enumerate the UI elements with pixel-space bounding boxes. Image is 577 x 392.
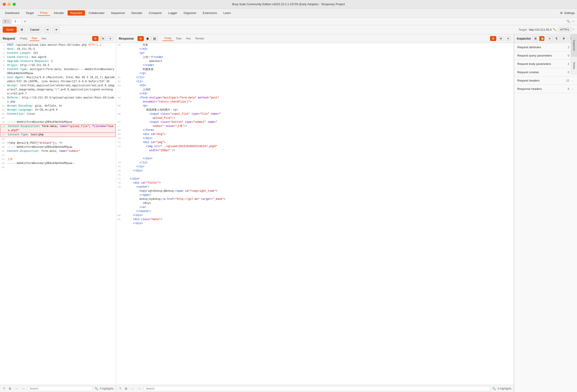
resp-line-p: <p> [116, 51, 514, 55]
response-pretty-tab[interactable]: Pretty [162, 36, 174, 41]
tab-search: 🔍 ⋯ [566, 20, 575, 23]
response-next-button[interactable]: → [137, 386, 142, 391]
request-prev-button[interactable]: ← [14, 386, 19, 391]
response-prev-button[interactable]: ← [130, 386, 135, 391]
request-settings-button[interactable]: ⚙ [8, 386, 12, 391]
request-panel: Request Pretty Raw Hex ⊞ \n ≡ 1 POST /up… [0, 34, 116, 392]
response-highlights-count: 0 highlights [498, 387, 511, 390]
resp-line-79: 79 <center> [116, 185, 514, 189]
inspector-request-body[interactable]: Request body parameters 2 ⌄ [514, 60, 577, 68]
request-tool-wrap[interactable]: \n [100, 36, 106, 41]
menu-item-intruder[interactable]: Intruder [51, 10, 67, 16]
menu-item-comparer[interactable]: Comparer [146, 10, 165, 16]
menu-item-logger[interactable]: Logger [165, 10, 180, 16]
http-version-badge[interactable]: HTTP/1 [558, 27, 571, 32]
response-tool-wrap[interactable]: \n [498, 36, 504, 41]
maximize-button[interactable] [13, 3, 16, 6]
menu-item-repeater[interactable]: Repeater [68, 10, 85, 16]
menu-item-target[interactable]: Target [23, 10, 36, 16]
inspector-response-headers-count: 6 [568, 87, 569, 91]
next-button[interactable]: › ▾ [53, 27, 59, 33]
inspector-request-attributes-count: 2 [568, 45, 569, 49]
settings-button[interactable]: ⚙ Settings [560, 11, 575, 15]
close-button[interactable] [3, 3, 6, 6]
cancel-button[interactable]: Cancel [27, 27, 42, 33]
inspector-settings-btn[interactable]: ⚙ [561, 36, 567, 41]
response-render-tab[interactable]: Render [193, 36, 207, 41]
resp-line-h3-close: </h3> [116, 47, 514, 51]
inspector-request-body-count: 2 [568, 62, 569, 65]
inspector-side-tab[interactable]: Inspector [571, 34, 577, 57]
request-tool-menu[interactable]: ≡ [108, 36, 113, 41]
response-view-list[interactable]: ▤ [151, 36, 158, 41]
request-bottom-bar: ? ⚙ ← → 🔍 0 highlights [0, 385, 116, 392]
tab-3[interactable]: 3 × [12, 19, 21, 24]
request-line-18: 18 [0, 137, 116, 141]
resp-line-a-close: </a> [116, 205, 514, 209]
help-icon[interactable]: ? [573, 28, 574, 31]
response-view-split[interactable]: ⊞ [138, 36, 144, 41]
menu-item-organizer[interactable]: Organizer [181, 10, 199, 16]
resp-line-by: &nbsp;by&nbsp;<a href="http://gv7.me" ta… [116, 197, 514, 201]
inspector-view-btn-2[interactable]: ▣ [539, 36, 544, 41]
edit-target-icon[interactable]: ✏️ [553, 28, 556, 31]
tab-3-label: 3 [14, 20, 16, 23]
resp-line-center-close: </center> [116, 209, 514, 213]
menu-item-sequencer[interactable]: Sequencer [108, 10, 128, 16]
inspector-request-query[interactable]: Request query parameters 0 ⌄ [514, 51, 577, 60]
response-tool-menu[interactable]: ≡ [505, 36, 511, 41]
inspector-header: Inspector ⊞ ▣ ≡ ⇅ ⚙ ✕ [514, 34, 577, 43]
inspector-response-headers[interactable]: Response headers 6 ⌄ [514, 85, 577, 93]
more-icon[interactable]: ⋯ [572, 20, 575, 23]
minimize-button[interactable] [8, 3, 11, 6]
request-hex-tab[interactable]: Hex [39, 36, 49, 41]
inspector-request-query-count: 0 [568, 54, 569, 57]
response-hex-tab[interactable]: Hex [184, 36, 193, 41]
inspector-filter-btn[interactable]: ⇅ [553, 36, 560, 41]
inspector-request-headers-count: 12 [566, 79, 569, 82]
request-next-button[interactable]: → [21, 386, 26, 391]
menu-item-dashboard[interactable]: Dashboard [2, 10, 22, 16]
send-options-button[interactable]: ⚙ [18, 27, 25, 33]
request-line-11: 11 Accept-Encoding: gzip, deflate, br [0, 104, 116, 108]
resp-line-64: 64 <form enctype="multipart/form-data" m… [116, 96, 514, 100]
new-tab-button[interactable]: + [22, 18, 28, 24]
resp-line-73: 73 </li> [116, 161, 514, 165]
request-line-2: 2 Host: 10.211.55.5 [0, 47, 116, 51]
send-button[interactable]: Send [3, 27, 17, 33]
resp-line-80: 80 </div> [116, 213, 514, 217]
request-raw-tab[interactable]: Raw [30, 36, 39, 41]
menu-item-learn[interactable]: Learn [221, 10, 233, 16]
menu-item-decoder[interactable]: Decoder [129, 10, 145, 16]
request-tool-copy[interactable]: ⊞ [92, 36, 99, 41]
request-search-input[interactable] [28, 386, 93, 391]
menu-item-extensions[interactable]: Extensions [200, 10, 220, 16]
inspector-request-cookies-label: Request cookies [517, 70, 568, 74]
tab-2[interactable]: 2 × [2, 19, 11, 24]
inspector-request-headers[interactable]: Request headers 12 ⌄ [514, 76, 577, 85]
inspector-sort-btn[interactable]: ≡ [547, 36, 552, 41]
tab-2-close[interactable]: × [7, 20, 9, 23]
inspector-view-btn-1[interactable]: ⊞ [533, 36, 539, 41]
resp-line-69: 69 <div id="msg"> [116, 132, 514, 136]
menu-item-collaborator[interactable]: Collaborator [86, 10, 107, 16]
inspector-request-cookies[interactable]: Request cookies 0 ⌄ [514, 68, 577, 76]
notes-side-tab[interactable]: Notes [571, 57, 577, 75]
search-icon[interactable]: 🔍 [566, 20, 570, 23]
response-code-area[interactable]: 60 任务 </h3> <p> 上传一个<code> [116, 43, 514, 385]
response-search-input[interactable] [144, 386, 490, 391]
response-view-single[interactable]: ▣ [144, 36, 151, 41]
tab-3-close[interactable]: × [17, 20, 19, 23]
prev-button[interactable]: ‹ ▾ [44, 27, 51, 33]
request-pretty-tab[interactable]: Pretty [18, 36, 29, 41]
inspector-request-attributes[interactable]: Request attributes 2 ⌄ [514, 43, 577, 51]
request-code-area[interactable]: 1 POST /upload/upload-labs-master/Pass-0… [0, 43, 116, 385]
response-settings-button[interactable]: ⚙ [124, 386, 128, 391]
response-help-button[interactable]: ? [118, 386, 122, 391]
menu-item-proxy[interactable]: Proxy [37, 10, 50, 16]
target-url: http://10.211.55.5 [529, 28, 551, 31]
response-tool-copy[interactable]: ⊞ [490, 36, 496, 41]
response-raw-tab[interactable]: Raw [174, 36, 184, 41]
inspector-view-toggle: ⊞ ▣ [532, 36, 544, 41]
request-help-button[interactable]: ? [2, 386, 6, 391]
